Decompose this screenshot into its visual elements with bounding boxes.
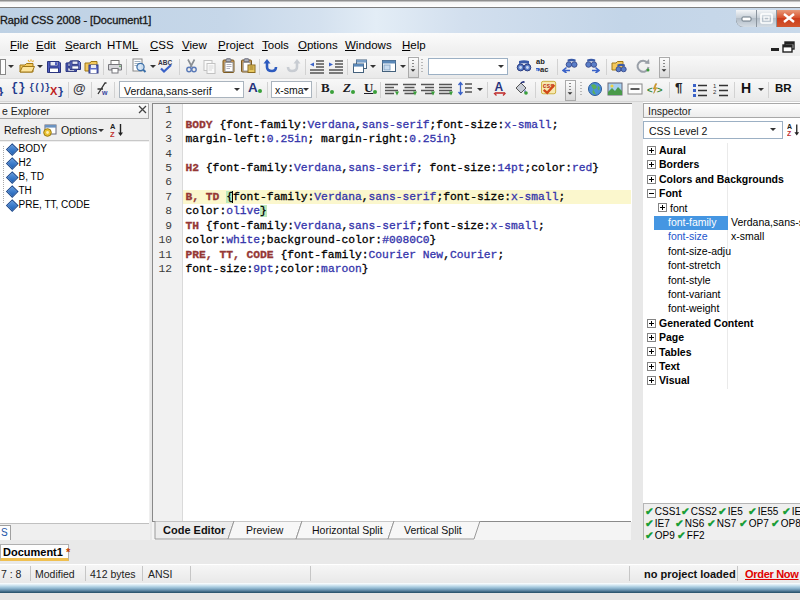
svg-text:ac: ac xyxy=(540,65,548,74)
svg-text:<: < xyxy=(647,84,653,95)
svg-text:Vertical Split: Vertical Split xyxy=(404,524,462,536)
svg-text:Horizontal Split: Horizontal Split xyxy=(312,524,383,536)
svg-text:A: A xyxy=(495,80,504,94)
svg-text:w: w xyxy=(101,89,108,96)
svg-text:Z: Z xyxy=(787,130,792,137)
svg-text:Z: Z xyxy=(110,130,115,138)
svg-text:2: 2 xyxy=(713,89,717,95)
svg-text:A: A xyxy=(787,123,792,130)
svg-text:Preview: Preview xyxy=(246,524,284,536)
svg-text:Code Editor: Code Editor xyxy=(163,524,226,536)
svg-text:>: > xyxy=(657,84,663,95)
